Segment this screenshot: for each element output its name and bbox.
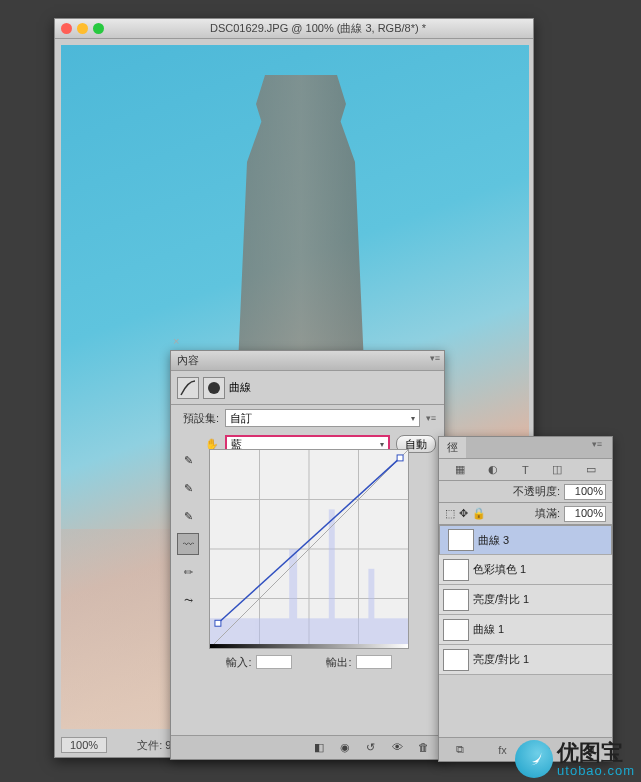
curves-graph[interactable] <box>209 449 409 649</box>
prev-state-icon[interactable]: ◉ <box>340 741 356 755</box>
panel-header: 內容 ▾≡ <box>171 351 444 371</box>
curve-tools: ✎ ✎ ✎ 〰 ✏ ⤳ <box>177 449 201 611</box>
layer-thumb-icon <box>443 559 469 581</box>
opacity-value[interactable]: 100% <box>564 484 606 500</box>
link-icon[interactable]: ⧉ <box>456 743 464 756</box>
watermark: 优图宝 utobao.com <box>515 740 635 778</box>
watermark-en: utobao.com <box>557 764 635 777</box>
preset-select[interactable]: 自訂▾ <box>225 409 420 427</box>
input-field[interactable] <box>256 655 292 669</box>
svg-rect-7 <box>210 618 408 648</box>
output-label: 輸出: <box>326 656 351 668</box>
preset-menu-icon[interactable]: ▾≡ <box>426 413 436 423</box>
fill-label: 填滿: <box>535 506 560 521</box>
tab-paths[interactable]: 徑 <box>439 437 466 458</box>
properties-panel: × 內容 ▾≡ 曲線 預設集: 自訂▾ ▾≡ ✋ 藍▾ 自動 ✎ ✎ ✎ 〰 ✏… <box>170 350 445 760</box>
filter-smart-icon[interactable]: ▭ <box>586 463 596 476</box>
eyedropper-black-icon[interactable]: ✎ <box>177 449 199 471</box>
visibility-icon[interactable]: 👁 <box>392 741 408 755</box>
layer-item[interactable]: 曲線 3 <box>439 525 612 555</box>
filter-shape-icon[interactable]: ◫ <box>552 463 562 476</box>
window-title: DSC01629.JPG @ 100% (曲線 3, RGB/8*) * <box>109 21 527 36</box>
curve-point-icon[interactable]: 〰 <box>177 533 199 555</box>
clip-icon[interactable]: ◧ <box>314 741 330 755</box>
curves-icon[interactable] <box>177 377 199 399</box>
panel-close-icon[interactable]: × <box>173 335 187 349</box>
lock-icon[interactable]: ⬚ <box>445 507 455 520</box>
svg-rect-13 <box>397 455 403 461</box>
fx-icon[interactable]: fx <box>498 744 507 756</box>
output-field[interactable] <box>356 655 392 669</box>
opacity-row: 不透明度: 100% <box>439 481 612 503</box>
panel-tabs: 徑 ▾≡ <box>439 437 612 459</box>
input-label: 輸入: <box>226 656 251 668</box>
preset-row: 預設集: 自訂▾ ▾≡ <box>171 405 444 431</box>
watermark-cn: 优图宝 <box>557 742 635 764</box>
eyedropper-gray-icon[interactable]: ✎ <box>177 477 199 499</box>
layer-item[interactable]: 亮度/對比 1 <box>439 645 612 675</box>
zoom-value[interactable]: 100% <box>61 737 107 753</box>
logo-icon <box>515 740 553 778</box>
layer-thumb-icon <box>443 589 469 611</box>
svg-rect-8 <box>289 549 297 648</box>
panel-menu-icon[interactable]: ▾≡ <box>592 439 602 449</box>
layer-thumb-icon <box>443 649 469 671</box>
minimize-icon[interactable] <box>77 23 88 34</box>
panel-footer: ◧ ◉ ↺ 👁 🗑 <box>171 735 444 759</box>
svg-rect-14 <box>210 644 408 648</box>
layer-thumb-icon <box>443 619 469 641</box>
input-output-row: 輸入: 輸出: <box>209 655 409 670</box>
layer-filter-row: ▦ ◐ T ◫ ▭ <box>439 459 612 481</box>
pencil-icon[interactable]: ✏ <box>177 561 199 583</box>
adjustment-label: 曲線 <box>229 380 251 395</box>
window-titlebar: DSC01629.JPG @ 100% (曲線 3, RGB/8*) * <box>55 19 533 39</box>
close-icon[interactable] <box>61 23 72 34</box>
layer-item[interactable]: 亮度/對比 1 <box>439 585 612 615</box>
panel-menu-icon[interactable]: ▾≡ <box>430 353 440 363</box>
opacity-label: 不透明度: <box>513 484 560 499</box>
mask-icon[interactable] <box>203 377 225 399</box>
layer-item[interactable]: 色彩填色 1 <box>439 555 612 585</box>
fill-value[interactable]: 100% <box>564 506 606 522</box>
svg-rect-9 <box>329 509 335 648</box>
fill-row: ⬚ ✥ 🔒 填滿: 100% <box>439 503 612 525</box>
layer-item[interactable]: 曲線 1 <box>439 615 612 645</box>
eyedropper-white-icon[interactable]: ✎ <box>177 505 199 527</box>
layer-thumb-icon <box>448 529 474 551</box>
filter-text-icon[interactable]: T <box>522 464 529 476</box>
svg-rect-12 <box>215 620 221 626</box>
filter-image-icon[interactable]: ▦ <box>455 463 465 476</box>
trash-icon[interactable]: 🗑 <box>418 741 434 755</box>
svg-point-0 <box>208 382 220 394</box>
adjustment-type-row: 曲線 <box>171 371 444 405</box>
zoom-window-icon[interactable] <box>93 23 104 34</box>
lock-all-icon[interactable]: 🔒 <box>472 507 486 520</box>
layers-panel: 徑 ▾≡ ▦ ◐ T ◫ ▭ 不透明度: 100% ⬚ ✥ 🔒 填滿: 100%… <box>438 436 613 762</box>
preset-label: 預設集: <box>179 411 219 426</box>
smooth-icon[interactable]: ⤳ <box>177 589 199 611</box>
reset-icon[interactable]: ↺ <box>366 741 382 755</box>
svg-rect-10 <box>368 569 374 648</box>
lock-move-icon[interactable]: ✥ <box>459 507 468 520</box>
filter-adjust-icon[interactable]: ◐ <box>488 463 498 476</box>
panel-title: 內容 <box>177 353 199 368</box>
